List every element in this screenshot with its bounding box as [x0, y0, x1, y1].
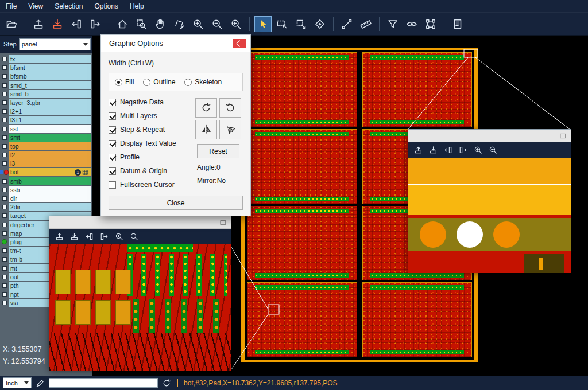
layer-checkbox[interactable] [2, 205, 7, 209]
layer-gutter[interactable] [0, 282, 9, 290]
layer-checkbox[interactable] [2, 292, 7, 297]
zoom-out-button[interactable] [127, 231, 140, 243]
checkbox-negative-data[interactable]: Negative Data [109, 98, 189, 106]
export-right-button[interactable] [457, 144, 469, 157]
report-button[interactable] [449, 16, 466, 32]
zoom-in-button[interactable] [113, 231, 125, 243]
checkbox-profile[interactable]: Profile [109, 153, 189, 161]
checkbox-datum-origin[interactable]: Datum & Origin [109, 167, 189, 175]
layer-checkbox[interactable] [2, 301, 7, 305]
magnifier-titlebar[interactable] [49, 216, 231, 229]
draw-pen-icon[interactable] [36, 379, 45, 388]
layer-checkbox[interactable] [2, 74, 7, 79]
refresh-icon[interactable] [162, 379, 171, 388]
magnifier-window-1[interactable] [49, 216, 231, 370]
zoom-out-button[interactable] [486, 144, 499, 157]
layer-gutter[interactable] [0, 212, 9, 220]
highlight-net-button[interactable] [422, 16, 439, 32]
export-right-button[interactable] [98, 231, 110, 243]
layer-gutter[interactable] [0, 99, 9, 107]
layer-gutter[interactable] [0, 64, 9, 72]
layer-checkbox[interactable] [2, 248, 7, 253]
layer-row-smd_b[interactable]: smd_b [0, 90, 92, 98]
layer-gutter[interactable] [0, 107, 9, 115]
select-rect-button[interactable] [273, 16, 291, 32]
magnifier-titlebar[interactable] [408, 130, 571, 142]
import-up-button[interactable] [30, 16, 47, 32]
close-icon[interactable] [233, 39, 246, 48]
layer-row-smt[interactable]: smt [0, 134, 92, 142]
layer-checkbox[interactable] [2, 213, 7, 218]
layer-gutter[interactable] [0, 255, 9, 263]
checkbox-multi-layers[interactable]: Multi Layers [109, 112, 189, 120]
draw-line-button[interactable] [338, 16, 355, 32]
layer-row-bfsmt[interactable]: bfsmt [0, 64, 92, 72]
layer-checkbox[interactable] [2, 127, 7, 131]
layer-gutter[interactable] [0, 90, 9, 98]
layer-gutter[interactable] [0, 159, 9, 167]
transform-button[interactable] [292, 16, 310, 32]
select-polygon-button[interactable] [171, 16, 188, 32]
reset-button[interactable]: Reset [197, 144, 239, 158]
layer-gutter[interactable] [0, 116, 9, 124]
layer-checkbox[interactable] [2, 188, 7, 192]
layer-gutter[interactable] [0, 55, 9, 63]
layer-gutter[interactable] [0, 221, 9, 229]
magnifier-window-2[interactable] [408, 129, 571, 272]
radio-skeleton[interactable]: Skeleton [184, 78, 222, 86]
layer-checkbox[interactable] [2, 65, 7, 70]
layer-checkbox[interactable] [2, 275, 7, 279]
pan-hand-button[interactable] [152, 16, 169, 32]
menu-item-selection[interactable]: Selection [49, 0, 88, 12]
layer-gutter[interactable] [0, 186, 9, 194]
layer-row-sst[interactable]: sst [0, 125, 92, 133]
layer-row-l2[interactable]: l2 [0, 151, 92, 159]
zoom-in-button[interactable] [471, 144, 484, 157]
magnifier-content[interactable] [49, 244, 231, 370]
layer-gutter[interactable] [0, 203, 9, 211]
layer-row-2dir--[interactable]: 2dir-- [0, 203, 92, 211]
restore-icon[interactable] [559, 132, 567, 139]
layer-gutter[interactable] [0, 247, 9, 255]
ruler-button[interactable] [357, 16, 374, 32]
layer-row-fx[interactable]: fx [0, 55, 92, 63]
layer-checkbox[interactable] [2, 100, 7, 105]
layer-row-bfsmb[interactable]: bfsmb [0, 72, 92, 80]
layer-checkbox[interactable] [2, 83, 7, 88]
open-folder-button[interactable] [3, 16, 20, 32]
layer-gutter[interactable] [0, 151, 9, 159]
layer-row-layer_3.gbr[interactable]: layer_3.gbr [0, 99, 92, 107]
layer-gutter[interactable] [0, 194, 9, 202]
zoom-window-button[interactable] [133, 16, 150, 32]
layer-row-l3+1[interactable]: l3+1 [0, 116, 92, 124]
layer-gutter[interactable] [0, 290, 9, 298]
layer-checkbox[interactable] [2, 196, 7, 201]
zoom-previous-button[interactable] [227, 16, 245, 32]
import-up-button[interactable] [412, 144, 424, 157]
magnifier-content[interactable] [408, 158, 571, 273]
layer-checkbox[interactable] [2, 257, 7, 262]
export-left-button[interactable] [442, 144, 454, 157]
layer-checkbox[interactable] [2, 153, 7, 157]
layer-checkbox[interactable] [2, 57, 7, 61]
layer-checkbox[interactable] [2, 231, 7, 236]
menu-item-view[interactable]: View [22, 0, 49, 12]
export-left-button[interactable] [68, 16, 85, 32]
layer-gutter[interactable] [0, 134, 9, 142]
layer-gutter[interactable] [0, 81, 9, 89]
import-up-button[interactable] [53, 231, 65, 243]
export-left-button[interactable] [83, 231, 95, 243]
import-down-button[interactable] [68, 231, 80, 243]
radio-fill[interactable]: Fill [115, 78, 134, 86]
layer-gutter[interactable] [0, 264, 9, 272]
import-down-button[interactable] [427, 144, 439, 157]
checkbox-step-repeat[interactable]: Step & Repeat [109, 126, 189, 134]
rotate-cw-button[interactable] [195, 98, 217, 118]
layer-gutter[interactable] [0, 273, 9, 281]
layer-row-ssb[interactable]: ssb [0, 186, 92, 194]
step-dropdown[interactable]: panel [19, 38, 91, 50]
snap-diamond-button[interactable] [311, 16, 328, 32]
layer-gutter[interactable] [0, 125, 9, 133]
grid-icon[interactable] [82, 169, 88, 176]
restore-icon[interactable] [219, 219, 227, 226]
